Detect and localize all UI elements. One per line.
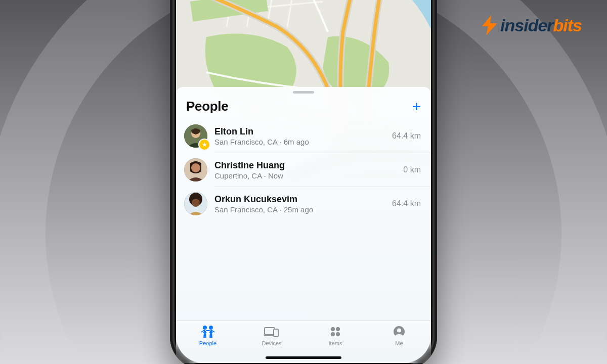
phone-screen: Daly City Brisbane San BrunoMountain Par… bbox=[176, 0, 431, 363]
phone-frame: Daly City Brisbane San BrunoMountain Par… bbox=[170, 0, 437, 364]
svg-point-32 bbox=[331, 327, 335, 331]
items-icon bbox=[330, 325, 341, 338]
avatar bbox=[184, 158, 207, 181]
person-row[interactable]: Orkun Kucuksevim San Francisco, CA · 25m… bbox=[176, 187, 431, 220]
svg-point-19 bbox=[191, 163, 200, 172]
svg-marker-0 bbox=[482, 15, 497, 35]
add-person-button[interactable]: + bbox=[412, 99, 421, 114]
tab-devices[interactable]: Devices bbox=[240, 325, 304, 346]
person-distance: 64.4 km bbox=[387, 199, 421, 208]
tab-label: People bbox=[199, 340, 216, 346]
svg-point-24 bbox=[203, 326, 207, 330]
svg-point-25 bbox=[209, 326, 213, 330]
people-icon bbox=[199, 325, 216, 338]
person-name: Christine Huang bbox=[214, 160, 398, 171]
svg-point-35 bbox=[336, 332, 340, 336]
tab-label: Me bbox=[395, 340, 403, 346]
svg-rect-31 bbox=[274, 329, 278, 337]
person-row[interactable]: Christine Huang Cupertino, CA · Now 0 km bbox=[176, 153, 431, 187]
avatar bbox=[184, 192, 207, 215]
person-meta: Cupertino, CA · Now bbox=[214, 171, 398, 180]
logo-text-insider: insider bbox=[500, 16, 553, 35]
favorite-star-icon: ★ bbox=[199, 140, 209, 150]
me-icon bbox=[393, 325, 405, 338]
person-meta: San Francisco, CA · 25m ago bbox=[214, 205, 387, 214]
svg-point-33 bbox=[336, 327, 340, 331]
tab-people[interactable]: People bbox=[176, 325, 240, 346]
tab-items[interactable]: Items bbox=[304, 325, 367, 346]
avatar: ★ bbox=[184, 124, 207, 148]
svg-rect-28 bbox=[206, 330, 210, 331]
tab-bar: People Devices Items bbox=[176, 321, 431, 363]
svg-point-37 bbox=[397, 329, 401, 333]
person-name: Elton Lin bbox=[214, 126, 387, 137]
sheet-title: People bbox=[186, 99, 228, 114]
tab-label: Items bbox=[329, 340, 342, 346]
person-meta: San Francisco, CA · 6m ago bbox=[214, 138, 387, 146]
site-logo: insiderbits bbox=[481, 15, 582, 35]
logo-text-bits: bits bbox=[553, 16, 582, 35]
sheet-grabber[interactable] bbox=[293, 91, 314, 94]
person-name: Orkun Kucuksevim bbox=[214, 194, 387, 205]
bolt-icon bbox=[481, 15, 498, 35]
person-distance: 64.4 km bbox=[387, 131, 421, 141]
person-distance: 0 km bbox=[398, 165, 421, 174]
home-indicator[interactable] bbox=[266, 356, 341, 359]
svg-point-34 bbox=[331, 332, 335, 336]
people-sheet[interactable]: People + ★ Elton Lin bbox=[176, 87, 431, 363]
tab-me[interactable]: Me bbox=[367, 325, 431, 346]
person-row[interactable]: ★ Elton Lin San Francisco, CA · 6m ago 6… bbox=[176, 119, 431, 153]
people-list: ★ Elton Lin San Francisco, CA · 6m ago 6… bbox=[176, 119, 431, 220]
tab-label: Devices bbox=[262, 340, 281, 346]
svg-point-23 bbox=[192, 199, 200, 207]
devices-icon bbox=[264, 325, 279, 338]
